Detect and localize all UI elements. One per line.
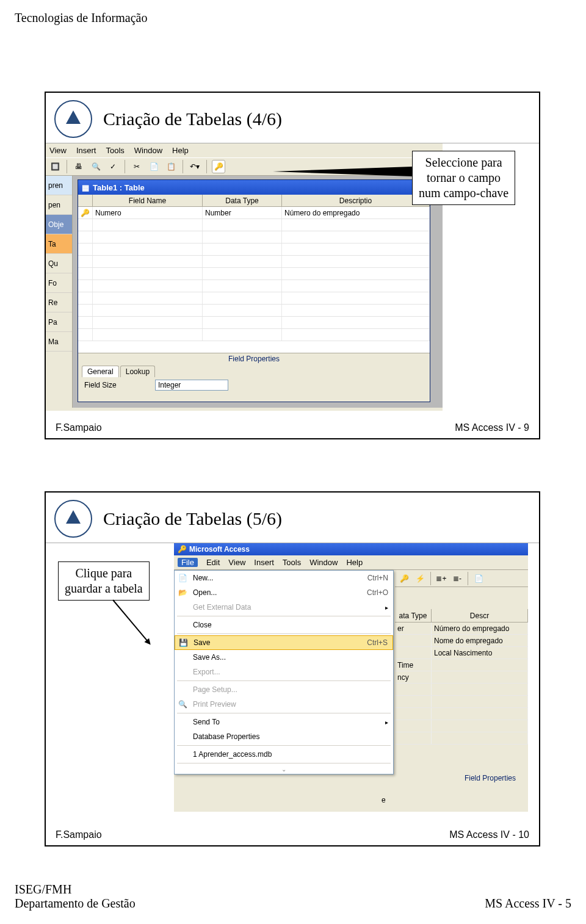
menu-item-export[interactable]: Export...: [175, 665, 393, 679]
design-row-empty[interactable]: [78, 244, 430, 256]
menu-item-save-as[interactable]: Save As...: [175, 650, 393, 665]
toolbar-print-icon[interactable]: 🖶: [72, 160, 85, 173]
menu-separator: [177, 633, 391, 634]
design-row-empty[interactable]: [78, 280, 430, 292]
cell-type[interactable]: [395, 635, 432, 646]
menu-item-close[interactable]: Close: [175, 618, 393, 632]
menu-tools[interactable]: Tools: [106, 146, 124, 155]
slide-5of6: Criação de Tabelas (5/6) Clique para gua…: [45, 491, 540, 846]
table-row[interactable]: Local Nascimento: [395, 647, 528, 659]
fp-field-size-value[interactable]: Integer: [155, 380, 228, 391]
cell-type[interactable]: [395, 647, 432, 659]
menu-item-label: Page Setup...: [193, 685, 388, 694]
callout2-arrow-icon: [112, 599, 148, 642]
save-icon: 💾: [178, 638, 189, 647]
design-row-empty[interactable]: [78, 292, 430, 305]
tab-general[interactable]: General: [82, 366, 119, 377]
footer-inst-2: Departamento de Gestão: [15, 897, 136, 911]
toolbar-design-icon[interactable]: 🔲: [48, 160, 62, 173]
row-description[interactable]: Número do empregado: [282, 207, 430, 218]
menu-item-open[interactable]: 📂 Open... Ctrl+O: [175, 585, 393, 600]
table-row[interactable]: [395, 720, 528, 732]
menu-tools[interactable]: Tools: [283, 558, 301, 567]
table-row[interactable]: ncy: [395, 671, 528, 684]
toolbar-undo-icon[interactable]: ↶▾: [188, 160, 201, 173]
menu-insert[interactable]: Insert: [76, 146, 96, 155]
right-partial-pane: 🔑 ⚡ ≣+ ≣- 📄 ata Type Descr erNúmero do e…: [395, 570, 528, 807]
menu-window[interactable]: Window: [309, 558, 338, 567]
tb-indexes-icon[interactable]: ⚡: [413, 572, 427, 585]
menu-view[interactable]: View: [49, 146, 67, 155]
col-description-partial: Descr: [432, 609, 528, 622]
cell-desc[interactable]: Nome do empregado: [432, 635, 528, 646]
callout-line3: num campo-chave: [419, 186, 508, 201]
access-screenshot-1: View Insert Tools Window Help 🔲 🖶 🔍 ✓ ✂ …: [46, 143, 443, 411]
nav-queries[interactable]: Qu: [46, 254, 72, 273]
cell-type[interactable]: er: [395, 623, 432, 634]
table-row[interactable]: [395, 696, 528, 708]
nav-pages[interactable]: Pa: [46, 312, 72, 332]
nav-macros[interactable]: Ma: [46, 332, 72, 352]
tab-lookup[interactable]: Lookup: [120, 366, 155, 377]
design-row-empty[interactable]: [78, 219, 430, 231]
tb-insertrows-icon[interactable]: ≣+: [435, 572, 448, 585]
toolbar-copy-icon[interactable]: 📄: [147, 160, 161, 173]
design-row-empty[interactable]: [78, 329, 430, 341]
slide2-footer-author: F.Sampaio: [56, 829, 102, 840]
row-field-name[interactable]: Numero: [93, 207, 203, 218]
menu-item-send-to[interactable]: Send To ▸: [175, 715, 393, 729]
nav-open[interactable]: pren: [46, 176, 72, 195]
toolbar-cut-icon[interactable]: ✂: [130, 160, 143, 173]
nav-open2[interactable]: pen: [46, 195, 72, 215]
cell-desc[interactable]: Local Nascimento: [432, 647, 528, 659]
menu-item-recent-file[interactable]: 1 Aprender_access.mdb: [175, 747, 393, 762]
toolbar-spell-icon[interactable]: ✓: [106, 160, 120, 173]
partial-e: e: [382, 796, 386, 804]
menu-insert[interactable]: Insert: [254, 558, 274, 567]
design-row-empty[interactable]: [78, 317, 430, 329]
expand-chevron-icon[interactable]: ⌄: [175, 765, 393, 774]
menu-item-page-setup[interactable]: Page Setup...: [175, 682, 393, 697]
row-data-type[interactable]: Number: [203, 207, 282, 218]
access-app-icon: 🔑: [178, 545, 187, 554]
menu-item-get-external-data[interactable]: Get External Data ▸: [175, 600, 393, 615]
cell-desc[interactable]: [432, 659, 528, 671]
nav-forms[interactable]: Fo: [46, 273, 72, 293]
table-row[interactable]: Nome do empregado: [395, 635, 528, 647]
access-menubar: View Insert Tools Window Help: [46, 143, 443, 157]
nav-tables[interactable]: Ta: [46, 234, 72, 254]
table-row[interactable]: Time: [395, 659, 528, 671]
design-row-empty[interactable]: [78, 256, 430, 268]
toolbar-primarykey-icon[interactable]: 🔑: [212, 160, 225, 173]
tb-key-icon[interactable]: 🔑: [397, 572, 411, 585]
menu-edit[interactable]: Edit: [206, 558, 220, 567]
menu-help[interactable]: Help: [346, 558, 363, 567]
toolbar-preview-icon[interactable]: 🔍: [89, 160, 103, 173]
cell-type[interactable]: ncy: [395, 671, 432, 683]
cell-desc[interactable]: Número do empregado: [432, 623, 528, 634]
menu-item-print-preview[interactable]: 🔍 Print Preview: [175, 697, 393, 712]
table-row[interactable]: [395, 684, 528, 696]
menu-help[interactable]: Help: [172, 146, 189, 155]
tb-props-icon[interactable]: 📄: [472, 572, 485, 585]
menu-file[interactable]: File: [178, 558, 198, 567]
tb-deleterows-icon[interactable]: ≣-: [450, 572, 464, 585]
design-row-empty[interactable]: [78, 231, 430, 244]
design-row-empty[interactable]: [78, 305, 430, 317]
cell-type[interactable]: Time: [395, 659, 432, 671]
table-row[interactable]: erNúmero do empregado: [395, 623, 528, 635]
menu-item-save[interactable]: 💾 Save Ctrl+S: [175, 635, 393, 650]
toolbar-paste-icon[interactable]: 📋: [164, 160, 178, 173]
design-row-empty[interactable]: [78, 268, 430, 280]
menu-window[interactable]: Window: [134, 146, 162, 155]
slide1-title: Criação de Tabelas (4/6): [103, 109, 282, 129]
menu-item-new[interactable]: 📄 New... Ctrl+N: [175, 571, 393, 585]
col-description: Descriptio: [282, 195, 430, 206]
table-row[interactable]: [395, 732, 528, 745]
nav-reports[interactable]: Re: [46, 293, 72, 312]
menu-item-db-properties[interactable]: Database Properties: [175, 729, 393, 744]
design-row-1[interactable]: 🔑 Numero Number Número do empregado: [78, 207, 430, 219]
table-row[interactable]: [395, 708, 528, 720]
menu-view[interactable]: View: [228, 558, 245, 567]
cell-desc[interactable]: [432, 671, 528, 683]
